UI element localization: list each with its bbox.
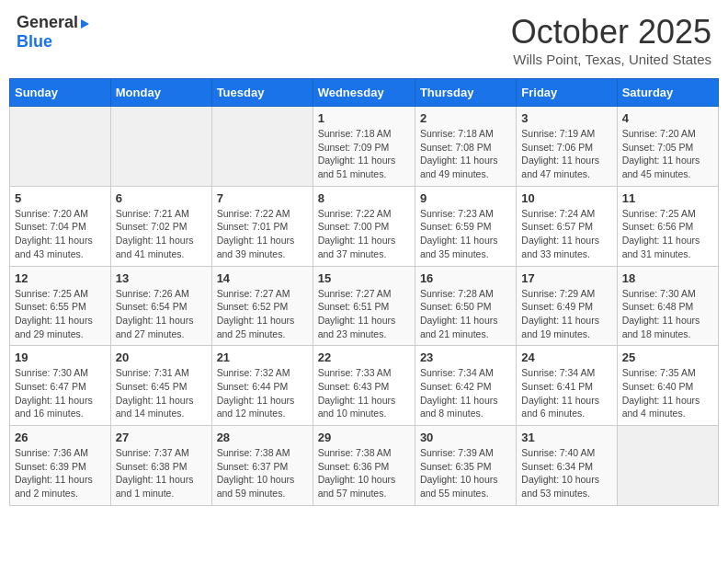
calendar-day-cell: 11Sunrise: 7:25 AM Sunset: 6:56 PM Dayli… [617,186,718,266]
calendar-day-cell: 20Sunrise: 7:31 AM Sunset: 6:45 PM Dayli… [110,346,211,426]
calendar-day-cell: 8Sunrise: 7:22 AM Sunset: 7:00 PM Daylig… [313,186,415,266]
calendar-day-cell: 28Sunrise: 7:38 AM Sunset: 6:37 PM Dayli… [211,426,313,506]
calendar-day-cell: 10Sunrise: 7:24 AM Sunset: 6:57 PM Dayli… [517,186,617,266]
day-number: 19 [15,350,106,364]
logo-arrow-icon [81,19,89,29]
calendar-day-cell: 18Sunrise: 7:30 AM Sunset: 6:48 PM Dayli… [617,266,718,346]
calendar-week-row: 26Sunrise: 7:36 AM Sunset: 6:39 PM Dayli… [10,426,719,506]
day-info: Sunrise: 7:38 AM Sunset: 6:37 PM Dayligh… [217,446,308,500]
calendar-day-cell: 12Sunrise: 7:25 AM Sunset: 6:55 PM Dayli… [10,266,111,346]
day-info: Sunrise: 7:33 AM Sunset: 6:43 PM Dayligh… [318,366,410,420]
title-block: October 2025 Wills Point, Texas, United … [511,13,711,67]
logo-blue: Blue [17,32,52,51]
calendar-day-cell: 14Sunrise: 7:27 AM Sunset: 6:52 PM Dayli… [211,266,313,346]
weekday-header: Monday [110,79,211,107]
calendar-day-cell: 1Sunrise: 7:18 AM Sunset: 7:09 PM Daylig… [313,107,415,187]
day-info: Sunrise: 7:25 AM Sunset: 6:55 PM Dayligh… [15,287,106,341]
calendar-week-row: 12Sunrise: 7:25 AM Sunset: 6:55 PM Dayli… [10,266,719,346]
day-number: 26 [15,431,106,444]
day-info: Sunrise: 7:22 AM Sunset: 7:01 PM Dayligh… [217,207,308,261]
day-number: 27 [116,431,207,444]
day-number: 18 [622,271,713,285]
day-number: 2 [420,111,511,125]
day-number: 21 [217,350,308,364]
calendar-day-cell: 13Sunrise: 7:26 AM Sunset: 6:54 PM Dayli… [110,266,211,346]
calendar-week-row: 5Sunrise: 7:20 AM Sunset: 7:04 PM Daylig… [10,186,719,266]
day-number: 1 [318,111,410,125]
day-info: Sunrise: 7:22 AM Sunset: 7:00 PM Dayligh… [318,207,410,261]
day-info: Sunrise: 7:34 AM Sunset: 6:42 PM Dayligh… [420,366,511,420]
weekday-header: Friday [517,79,617,107]
calendar-day-cell: 22Sunrise: 7:33 AM Sunset: 6:43 PM Dayli… [313,346,415,426]
calendar-day-cell: 19Sunrise: 7:30 AM Sunset: 6:47 PM Dayli… [10,346,111,426]
day-info: Sunrise: 7:30 AM Sunset: 6:48 PM Dayligh… [622,287,713,341]
page-header: General Blue October 2025 Wills Point, T… [9,9,719,71]
calendar-day-cell: 31Sunrise: 7:40 AM Sunset: 6:34 PM Dayli… [517,426,617,506]
day-number: 9 [420,191,511,205]
day-info: Sunrise: 7:19 AM Sunset: 7:06 PM Dayligh… [521,127,611,181]
day-number: 24 [521,350,611,364]
calendar-day-cell: 6Sunrise: 7:21 AM Sunset: 7:02 PM Daylig… [110,186,211,266]
day-info: Sunrise: 7:39 AM Sunset: 6:35 PM Dayligh… [420,446,511,500]
calendar-day-cell [110,107,211,187]
calendar-day-cell [211,107,313,187]
day-number: 10 [521,191,611,205]
calendar-week-row: 19Sunrise: 7:30 AM Sunset: 6:47 PM Dayli… [10,346,719,426]
calendar-week-row: 1Sunrise: 7:18 AM Sunset: 7:09 PM Daylig… [10,107,719,187]
calendar-day-cell: 7Sunrise: 7:22 AM Sunset: 7:01 PM Daylig… [211,186,313,266]
day-number: 4 [622,111,713,125]
calendar-day-cell: 3Sunrise: 7:19 AM Sunset: 7:06 PM Daylig… [517,107,617,187]
day-info: Sunrise: 7:36 AM Sunset: 6:39 PM Dayligh… [15,446,106,500]
day-info: Sunrise: 7:18 AM Sunset: 7:08 PM Dayligh… [420,127,511,181]
calendar-day-cell: 15Sunrise: 7:27 AM Sunset: 6:51 PM Dayli… [313,266,415,346]
day-info: Sunrise: 7:21 AM Sunset: 7:02 PM Dayligh… [116,207,207,261]
calendar-day-cell [10,107,111,187]
day-number: 31 [521,431,611,444]
calendar-day-cell: 29Sunrise: 7:38 AM Sunset: 6:36 PM Dayli… [313,426,415,506]
day-info: Sunrise: 7:27 AM Sunset: 6:52 PM Dayligh… [217,287,308,341]
day-number: 30 [420,431,511,444]
month-title: October 2025 [511,13,711,52]
day-number: 25 [622,350,713,364]
calendar-day-cell: 17Sunrise: 7:29 AM Sunset: 6:49 PM Dayli… [517,266,617,346]
day-number: 7 [217,191,308,205]
calendar-day-cell: 27Sunrise: 7:37 AM Sunset: 6:38 PM Dayli… [110,426,211,506]
day-info: Sunrise: 7:30 AM Sunset: 6:47 PM Dayligh… [15,366,106,420]
day-number: 16 [420,271,511,285]
weekday-header: Saturday [617,79,718,107]
day-info: Sunrise: 7:32 AM Sunset: 6:44 PM Dayligh… [217,366,308,420]
logo-general: General [17,13,78,32]
calendar-day-cell [617,426,718,506]
day-info: Sunrise: 7:18 AM Sunset: 7:09 PM Dayligh… [318,127,410,181]
calendar-header-row: SundayMondayTuesdayWednesdayThursdayFrid… [10,79,719,107]
day-number: 17 [521,271,611,285]
day-info: Sunrise: 7:25 AM Sunset: 6:56 PM Dayligh… [622,207,713,261]
weekday-header: Wednesday [313,79,415,107]
location: Wills Point, Texas, United States [511,52,711,67]
weekday-header: Sunday [10,79,111,107]
day-number: 6 [116,191,207,205]
day-number: 15 [318,271,410,285]
day-info: Sunrise: 7:20 AM Sunset: 7:04 PM Dayligh… [15,207,106,261]
calendar-day-cell: 2Sunrise: 7:18 AM Sunset: 7:08 PM Daylig… [415,107,516,187]
day-info: Sunrise: 7:28 AM Sunset: 6:50 PM Dayligh… [420,287,511,341]
day-info: Sunrise: 7:23 AM Sunset: 6:59 PM Dayligh… [420,207,511,261]
day-info: Sunrise: 7:37 AM Sunset: 6:38 PM Dayligh… [116,446,207,500]
weekday-header: Thursday [415,79,516,107]
calendar-day-cell: 30Sunrise: 7:39 AM Sunset: 6:35 PM Dayli… [415,426,516,506]
day-info: Sunrise: 7:31 AM Sunset: 6:45 PM Dayligh… [116,366,207,420]
calendar-day-cell: 5Sunrise: 7:20 AM Sunset: 7:04 PM Daylig… [10,186,111,266]
day-number: 22 [318,350,410,364]
day-info: Sunrise: 7:35 AM Sunset: 6:40 PM Dayligh… [622,366,713,420]
day-info: Sunrise: 7:40 AM Sunset: 6:34 PM Dayligh… [521,446,611,500]
weekday-header: Tuesday [211,79,313,107]
calendar-day-cell: 25Sunrise: 7:35 AM Sunset: 6:40 PM Dayli… [617,346,718,426]
calendar-table: SundayMondayTuesdayWednesdayThursdayFrid… [9,78,719,506]
day-number: 28 [217,431,308,444]
day-number: 3 [521,111,611,125]
calendar-day-cell: 23Sunrise: 7:34 AM Sunset: 6:42 PM Dayli… [415,346,516,426]
day-number: 23 [420,350,511,364]
day-number: 20 [116,350,207,364]
calendar-day-cell: 4Sunrise: 7:20 AM Sunset: 7:05 PM Daylig… [617,107,718,187]
calendar-day-cell: 16Sunrise: 7:28 AM Sunset: 6:50 PM Dayli… [415,266,516,346]
